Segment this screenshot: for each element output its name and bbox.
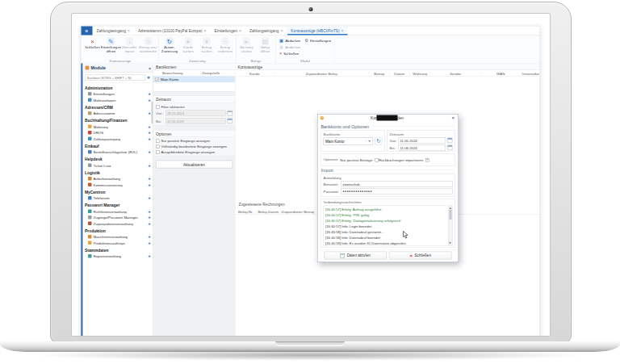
column-header-zugeordneter-beleg[interactable]: Zugeordneter Beleg: [274, 71, 370, 75]
sidebar-item-adressstamm[interactable]: Adressstamm★: [83, 111, 153, 117]
sidebar-item-label: DROS: [94, 131, 146, 135]
calendar-icon[interactable]: [228, 119, 233, 124]
benutzer-input[interactable]: zwonschak: [341, 181, 453, 187]
favorite-star-icon[interactable]: ★: [148, 182, 151, 186]
dialog-von-input[interactable]: 11.05.2024: [399, 137, 446, 144]
dialog-close-icon[interactable]: ×: [450, 115, 456, 121]
column-header-bezeichnung[interactable]: Bezeichnung: [153, 71, 200, 75]
column-header-betrag[interactable]: Betrag: [370, 71, 390, 75]
refresh-accounts-button[interactable]: ↻: [375, 137, 383, 145]
bankkonto-select[interactable]: Main Konto ▼: [324, 137, 374, 144]
bis-date-input[interactable]: 11.06.2024: [165, 118, 226, 124]
message-scrollbar[interactable]: [448, 206, 452, 245]
sidebar-item-richtlinienverwaltung[interactable]: Richtlinienverwaltung★: [83, 208, 153, 215]
column-header-beleg-datum[interactable]: Beleg-Datum: [257, 209, 281, 213]
favorite-star-icon[interactable]: ★: [148, 98, 151, 102]
calendar-icon[interactable]: [228, 111, 233, 116]
open-document-icon: ▤: [262, 38, 269, 45]
sidebar-item-artikelverwaltung[interactable]: Artikelverwaltung★: [83, 176, 153, 182]
sidebar-item-bestellvorschlagsliste-bvl[interactable]: Bestellvorschlagsliste (BVL)★: [83, 149, 153, 156]
sidebar-pin-icon[interactable]: ◀: [148, 66, 150, 70]
column-header-zugeordneter-betrag[interactable]: Zugeordneter Betrag: [281, 209, 315, 213]
app-menu-button[interactable]: ≡: [82, 27, 93, 36]
calendar-icon[interactable]: [447, 145, 453, 151]
sidebar-item-produktionsaufträge[interactable]: Produktionsaufträge★: [83, 240, 153, 246]
tab-close-icon[interactable]: ×: [128, 28, 130, 33]
filter-aktivieren-checkbox[interactable]: [156, 105, 160, 109]
ribbon-button-autom-zuweisung[interactable]: ↻Autom. Zuweisung: [161, 36, 179, 58]
favorite-star-icon[interactable]: ★: [148, 111, 151, 115]
favorite-star-icon[interactable]: ★: [148, 131, 151, 135]
von-date-input[interactable]: 28.05.2024: [165, 111, 226, 117]
favorite-star-icon[interactable]: ★: [148, 92, 151, 96]
option-checkbox[interactable]: [156, 150, 160, 154]
sidebar-item-dros[interactable]: DROS★: [83, 130, 153, 136]
favorite-star-icon[interactable]: ★: [148, 150, 151, 154]
bankkonto-checkbox[interactable]: [156, 77, 160, 82]
column-header-sender[interactable]: Sender: [431, 71, 481, 75]
ribbon-button-einstellungen-öffnen[interactable]: ✎Einstellungen öffnen: [102, 36, 120, 58]
column-header-datum[interactable]: Datum: [390, 71, 410, 75]
sidebar-item-reportverwaltung[interactable]: Reportverwaltung★: [83, 253, 153, 260]
ribbon-button-schließen[interactable]: ×Schließen: [279, 51, 300, 56]
daten-abrufen-button[interactable]: Daten abrufen: [325, 252, 388, 260]
sidebar-item-mahnvorlagen[interactable]: Mahnvorlagen★: [83, 97, 153, 103]
tab-close-icon[interactable]: ×: [280, 28, 283, 33]
bankkonto-row[interactable]: Main Konto: [153, 77, 235, 83]
rueckbuchungen-checkbox[interactable]: [425, 158, 429, 162]
favorite-star-icon[interactable]: ★: [148, 235, 151, 239]
favorite-star-icon[interactable]: ★: [148, 196, 151, 200]
scroll-up-icon[interactable]: [449, 207, 451, 210]
sidebar-item-telefonate[interactable]: Telefonate★: [83, 195, 153, 202]
column-header-beleg-nr[interactable]: Beleg-Nr.: [236, 209, 257, 213]
passwort-input[interactable]: ●●●●●●●●●●●●●●: [341, 188, 453, 195]
ribbon-button-abdocken[interactable]: ▣Abdocken: [279, 38, 300, 44]
tab-einstellungen[interactable]: Einstellungen×: [211, 27, 245, 36]
tab-adressstamm-10100-paypal-europe[interactable]: Adressstamm (10100 PayPal Europe)×: [134, 27, 211, 36]
column-header-verwendungszweck[interactable]: Verwendungszweck: [522, 71, 540, 75]
favorite-star-icon[interactable]: ★: [148, 124, 151, 128]
tab-zahlungseingang[interactable]: Zahlungseingang×: [245, 27, 287, 36]
search-customer-icon: ●: [185, 38, 192, 45]
tab-close-icon[interactable]: ×: [341, 28, 344, 33]
dialog-bis-input[interactable]: 11.06.2024: [399, 144, 446, 151]
sidebar-item-zugänge-passwort-manager[interactable]: Zugänge/Passwort Manager★: [83, 215, 153, 221]
calendar-icon[interactable]: [447, 138, 453, 144]
tab-kontoauszüge-hbci-fints[interactable]: Kontoauszüge (HBCI/FinTS)×: [287, 27, 347, 36]
sidebar-item-kommissionierung[interactable]: Kommissionierung★: [83, 182, 153, 188]
column-header-zweigstelle[interactable]: Zweigstelle: [200, 71, 235, 75]
sidebar-item-mahnung[interactable]: Mahnung★: [83, 123, 153, 130]
favorite-star-icon[interactable]: ★: [148, 177, 151, 181]
sidebar-item-zugangsdatenverwaltung[interactable]: Zugangsdatenverwaltung★: [83, 220, 153, 227]
tab-close-icon[interactable]: ×: [239, 28, 241, 33]
favorite-star-icon[interactable]: ★: [148, 254, 151, 258]
favorites-star-icon[interactable]: ★: [147, 75, 151, 81]
favorite-star-icon[interactable]: ★: [148, 163, 151, 167]
dropdown-arrow-icon[interactable]: ▼: [367, 140, 371, 143]
favorite-star-icon[interactable]: ★: [148, 241, 151, 245]
column-header-kunde[interactable]: Kunde: [236, 71, 274, 75]
message-list[interactable]: [16:40:57] Erfolg: Auftrag ausgeführt.[1…: [324, 206, 453, 246]
favorite-star-icon[interactable]: ★: [148, 209, 151, 213]
option-checkbox[interactable]: [156, 144, 160, 149]
column-header-iban[interactable]: IBAN: [481, 71, 522, 75]
favorite-star-icon[interactable]: ★: [148, 215, 151, 220]
dialog-schliessen-button[interactable]: × Schließen: [389, 252, 452, 260]
sidebar-item-ticket-liste[interactable]: Ticket Liste★: [83, 162, 153, 169]
favorite-star-icon[interactable]: ★: [148, 136, 151, 140]
tab-zahlungseingang[interactable]: Zahlungseingang×: [93, 27, 134, 36]
scroll-down-icon[interactable]: [449, 242, 451, 245]
aktualisieren-button[interactable]: Aktualisieren: [156, 161, 232, 169]
sidebar-item-zahlungseingang[interactable]: Zahlungseingang★: [83, 136, 153, 142]
tab-close-icon[interactable]: ×: [204, 28, 207, 33]
column-header-währung[interactable]: Währung: [410, 71, 431, 75]
sidebar-item-einstellungen[interactable]: Einstellungen★: [83, 91, 153, 98]
ribbon-button-einstellungen[interactable]: ⚙Einstellungen: [304, 38, 331, 44]
scrollbar-thumb[interactable]: [449, 210, 451, 220]
sidebar-item-maschinenverwaltung[interactable]: Maschinenverwaltung★: [83, 234, 153, 241]
option-checkbox[interactable]: [156, 139, 160, 143]
module-search-input[interactable]: [86, 74, 146, 81]
favorite-star-icon[interactable]: ★: [148, 221, 151, 225]
ribbon-button-schließen[interactable]: ×Schließen: [83, 36, 102, 58]
sidebar-scrollbar[interactable]: [152, 102, 153, 124]
